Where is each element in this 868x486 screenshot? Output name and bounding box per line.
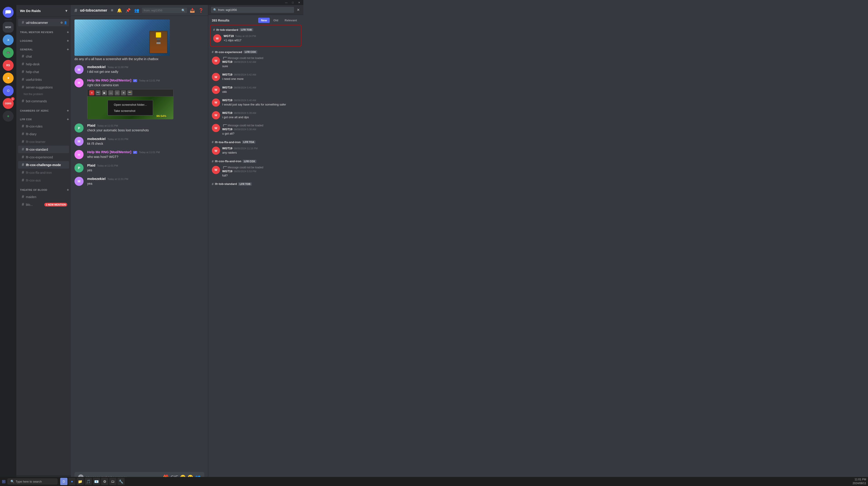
taskbar-icon-3[interactable]: 📁 [76,478,84,485]
channel-item-useful-links[interactable]: # useful-links [18,76,69,83]
result-author: WGT19 [222,73,232,76]
taskbar-icon-6[interactable]: ⚙ [101,478,108,485]
start-menu-icon[interactable]: ⊞ [2,479,6,484]
maximize-button[interactable]: □ [290,1,295,4]
channel-item-help-chat[interactable]: # help-chat [18,68,69,75]
search-query-input[interactable] [218,8,292,11]
search-result-item-2[interactable]: W WGT19 08/09/2024 5:42 AM i need one mo… [210,71,302,83]
taskbar-icon-4[interactable]: 🎵 [85,478,92,485]
toolbar-close2-btn[interactable]: ✕ [121,90,126,95]
channel-item-blo[interactable]: # blo... 1 NEW MENTION [18,201,69,208]
channel-item-ud-tobscammer[interactable]: # ud-tobscammer ⚙ 👤 [18,19,69,26]
server-icon-4[interactable]: RS [3,60,13,71]
category-add-icon[interactable]: + [67,30,69,34]
taskbar-search[interactable]: 🔍 Type here to search [7,479,57,484]
message-group-plaid-1: P Plaid Today at 11:01 PM check your aut… [74,123,204,134]
result-author: WGT19 [222,128,232,131]
result-header: WGT19 08/09/2024 5:40 AM [222,98,300,102]
channel-tag: LFR COX [243,160,256,163]
search-bar[interactable]: 🔍 [142,8,187,13]
avatar-helpmrng-2: H [74,150,84,159]
toolbar-minimize-btn[interactable]: — [108,90,113,95]
toolbar-expand-btn[interactable]: □ [115,90,120,95]
channel-item-lfr-cox-experienced[interactable]: # lfr-cox-experienced [18,153,69,161]
result-header: WGT19 08/09/2024 5:38 AM [222,128,300,131]
filter-tab-new[interactable]: New [258,18,270,23]
threads-button[interactable]: ≡ [110,7,114,13]
server-icon-7[interactable]: OSRS 1 [3,98,13,109]
taskbar-discord-icon[interactable]: D [60,478,67,485]
search-result-item-reply-2[interactable]: W Message could not be loaded WGT19 08/0… [210,122,302,137]
members-button[interactable]: 👥 [133,7,140,14]
search-result-item-5[interactable]: W WGT19 08/09/2024 5:39 AM i got one alt… [210,109,302,121]
search-result-item-reply-1[interactable]: W Message could not be loaded WGT19 08/0… [210,55,302,70]
open-screenshot-folder-item[interactable]: Open screenshot folder... [112,102,149,108]
server-icon-2[interactable]: ⚔ [3,34,13,45]
channel-item-lfr-diary[interactable]: # lfr-diary [18,130,69,138]
taskbar-chrome-icon[interactable]: ● [68,478,75,485]
channel-item-help-desk[interactable]: # help-desk [18,60,69,68]
server-icon-5[interactable]: ★ [3,73,13,84]
search-input-box[interactable]: 🔍 [211,7,294,13]
hash-icon: # [22,155,24,160]
category-trial-mentor-reviews[interactable]: TRIAL MENTOR REVIEWS + [17,27,71,35]
channel-item-lfr-cox-challenge-mode[interactable]: # lfr-cox-challenge-mode [18,161,69,169]
toolbar-camera-btn[interactable]: 📷 [96,90,101,95]
server-icon-wdr[interactable]: WDR [3,22,13,33]
channel-name: server-suggestions [26,86,53,89]
search-result-item[interactable]: W WGT19 Today at 10:24 PM +1 rdps w517 [211,32,300,44]
server-header[interactable]: We Do Raids ▾ [17,5,71,17]
search-input[interactable] [144,9,180,12]
category-add-icon[interactable]: + [67,39,69,43]
add-server-icon[interactable]: + [3,111,13,122]
discord-home-icon[interactable] [3,7,13,18]
channel-name: lfr-diary [26,132,36,136]
filter-tab-old[interactable]: Old [271,18,281,23]
channel-item-maiden[interactable]: # maiden [18,193,69,201]
category-lfr-cox[interactable]: LFR COX + [17,114,71,122]
help-button[interactable]: ❓ [197,7,204,14]
channel-item-lfr-cox-standard[interactable]: # lfr-cox-standard [18,145,69,153]
take-screenshot-item[interactable]: Take screenshot [112,108,149,114]
filter-tab-relevant[interactable]: Relevant [282,18,300,23]
category-add-icon[interactable]: + [67,109,69,113]
settings-icon[interactable]: ⚙ [60,21,63,24]
taskbar-icon-8[interactable]: 🔧 [117,478,125,485]
category-add-icon[interactable]: + [67,188,69,192]
members-icon[interactable]: 👤 [64,21,67,24]
toolbar-play-btn[interactable]: ▶ [102,90,107,95]
channel-item-bot-commands[interactable]: # bot-commands [18,97,69,105]
channel-item-not-the-problem[interactable]: Not the problem [18,91,69,97]
minimize-button[interactable]: — [284,1,289,4]
category-logging[interactable]: LOGGING + [17,35,71,44]
channel-item-server-suggestions[interactable]: # server-suggestions [18,84,69,91]
hash-icon: # [22,85,24,90]
toolbar-screenshot-btn[interactable]: 📸 [127,90,132,95]
taskbar-icon-7[interactable]: 🗂 [109,478,117,485]
channel-item-lfr-cox-learner[interactable]: # lfr-cox-learner [18,138,69,145]
notifications-button[interactable]: 🔔 [116,7,123,14]
search-result-item-ffa[interactable]: W Message could not be loaded WGT19 08/0… [210,164,302,180]
category-add-icon[interactable]: + [67,117,69,121]
channel-item-lfr-cox-rules[interactable]: # lfr-cox-rules [18,123,69,130]
category-add-icon[interactable]: + [67,47,69,52]
channel-item-lfr-cox-aus[interactable]: # lfr-cox-aus [18,176,69,184]
server-icon-3[interactable]: 🎮 [3,47,13,58]
search-result-item-3[interactable]: W WGT19 08/09/2024 5:41 AM okk [210,84,302,96]
category-theatre-of-blood[interactable]: THEATRE OF BLOOD + [17,184,71,193]
pin-button[interactable]: 📌 [125,7,131,14]
close-button[interactable]: ✕ [297,1,302,4]
search-result-item-4[interactable]: W WGT19 08/09/2024 5:40 AM I would just … [210,97,302,108]
channel-item-lfr-cox-ffa[interactable]: # lfr-cox-ffa-and-iron [18,169,69,176]
category-chambers[interactable]: CHAMBERS OF XERIC + [17,105,71,114]
category-general[interactable]: GENERAL + [17,44,71,53]
search-channel-header-4: # lfr-cox-ffa-and-iron LFR COX [210,158,302,164]
search-close-button[interactable]: ✕ [296,7,301,13]
channel-item-chat[interactable]: # chat [18,53,69,60]
server-icon-6[interactable]: ⬡ [3,85,13,96]
search-avatar-wgt19-ffa: W [212,166,220,174]
search-result-item-toa[interactable]: W WGT19 08/05/2024 11:16 PM any raiders [210,145,302,157]
taskbar-icon-5[interactable]: 📧 [93,478,100,485]
inbox-button[interactable]: 📥 [189,7,196,14]
toolbar-close-btn[interactable]: ✕ [89,90,94,95]
